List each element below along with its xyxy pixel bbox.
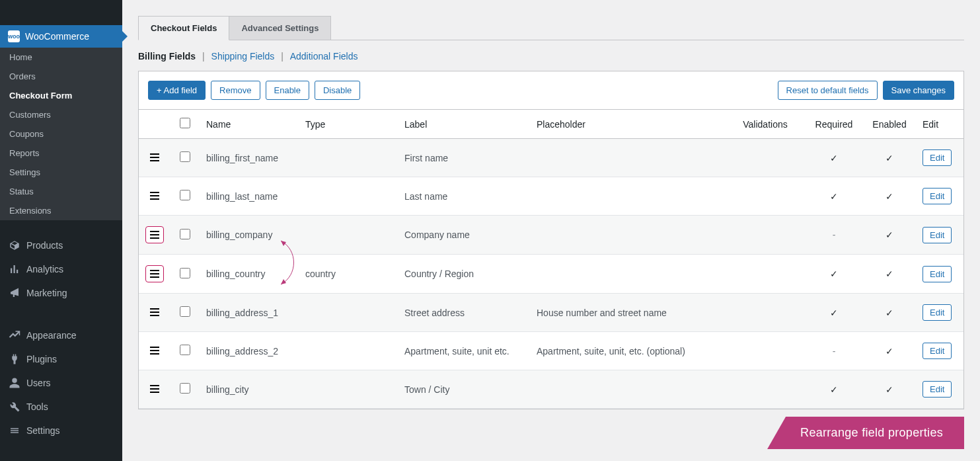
cell-name: billing_company	[200, 216, 299, 255]
tab[interactable]: Advanced Settings	[229, 16, 331, 40]
cell-enabled: ✓	[863, 370, 916, 409]
sidebar-sub-item[interactable]: Reports	[0, 144, 122, 163]
row-checkbox[interactable]	[180, 268, 190, 278]
cell-label: Last name	[398, 177, 530, 216]
svg-rect-2	[150, 160, 159, 161]
edit-row-button[interactable]: Edit	[923, 304, 952, 321]
table-row: billing_last_nameLast name✓✓Edit	[139, 177, 963, 216]
row-checkbox[interactable]	[180, 383, 190, 394]
sidebar-submenu: HomeOrdersCheckout FormCustomersCouponsR…	[0, 48, 122, 220]
edit-row-button[interactable]: Edit	[923, 343, 952, 359]
sidebar-item-products[interactable]: Products	[0, 233, 122, 257]
settings-icon	[8, 424, 21, 437]
sidebar-sub-item[interactable]: Settings	[0, 163, 122, 182]
sidebar-sub-item[interactable]: Status	[0, 182, 122, 201]
cell-validations	[726, 139, 805, 177]
drag-handle-icon[interactable]	[150, 192, 159, 200]
sidebar-item-label: Products	[26, 240, 63, 251]
svg-rect-12	[150, 308, 159, 310]
sidebar-parent-woocommerce[interactable]: woo WooCommerce	[0, 25, 122, 48]
row-checkbox[interactable]	[180, 345, 190, 355]
cell-name: billing_city	[200, 370, 299, 409]
sidebar-sub-item[interactable]: Orders	[0, 67, 122, 86]
drag-handle-icon[interactable]	[150, 153, 159, 161]
cell-placeholder	[530, 139, 726, 177]
sidebar-item-users[interactable]: Users	[0, 371, 122, 395]
col-edit: Edit	[916, 110, 963, 139]
svg-rect-17	[150, 353, 159, 355]
disable-button[interactable]: Disable	[315, 81, 360, 100]
cell-required: ✓	[805, 139, 863, 177]
save-button[interactable]: Save changes	[883, 81, 954, 100]
sidebar-sub-item[interactable]: Customers	[0, 105, 122, 124]
cell-label: First name	[398, 139, 530, 177]
edit-row-button[interactable]: Edit	[923, 227, 952, 243]
edit-row-button[interactable]: Edit	[923, 266, 952, 282]
cell-label: Town / City	[398, 370, 530, 409]
drag-handle-icon[interactable]	[145, 226, 164, 243]
drag-handle-icon[interactable]	[150, 308, 159, 316]
sidebar-item-appearance[interactable]: Appearance	[0, 323, 122, 347]
cell-placeholder	[530, 177, 726, 216]
sidebar-item-plugins[interactable]: Plugins	[0, 347, 122, 371]
add-field-button[interactable]: + Add field	[148, 81, 206, 100]
enable-button[interactable]: Enable	[266, 81, 309, 100]
cell-type	[299, 294, 398, 332]
svg-rect-4	[150, 195, 159, 196]
sidebar-item-label: Analytics	[26, 264, 63, 274]
sidebar-item-settings[interactable]: Settings	[0, 419, 122, 442]
cell-validations	[726, 255, 805, 294]
cell-enabled: ✓	[863, 139, 916, 177]
drag-handle-icon[interactable]	[150, 347, 159, 355]
cell-validations	[726, 216, 805, 255]
cell-required: -	[805, 216, 863, 255]
svg-rect-19	[150, 388, 159, 390]
reset-button[interactable]: Reset to default fields	[778, 81, 878, 100]
drag-handle-icon[interactable]	[150, 385, 159, 393]
callout-banner: Rearrange field properties	[767, 417, 964, 449]
row-checkbox[interactable]	[180, 151, 190, 162]
cell-name: billing_first_name	[200, 139, 299, 177]
svg-rect-0	[150, 153, 159, 155]
main-content: Checkout FieldsAdvanced Settings Billing…	[122, 0, 980, 461]
col-required: Required	[805, 110, 863, 139]
svg-rect-16	[150, 350, 159, 351]
sidebar-sub-item[interactable]: Checkout Form	[0, 86, 122, 105]
sidebar-item-label: Tools	[26, 401, 48, 412]
edit-row-button[interactable]: Edit	[923, 381, 952, 398]
drag-handle-icon[interactable]	[145, 265, 164, 282]
callout-text: Rearrange field properties	[800, 426, 943, 439]
row-checkbox[interactable]	[180, 306, 190, 317]
cell-name: billing_address_2	[200, 332, 299, 370]
select-all-checkbox[interactable]	[180, 118, 190, 128]
sidebar-item-marketing[interactable]: Marketing	[0, 281, 122, 305]
remove-button[interactable]: Remove	[211, 81, 260, 100]
row-checkbox[interactable]	[180, 190, 190, 200]
table-row: billing_cityTown / City✓✓Edit	[139, 370, 963, 409]
cell-type	[299, 177, 398, 216]
tools-icon	[8, 400, 21, 413]
sidebar-item-tools[interactable]: Tools	[0, 395, 122, 419]
subtab[interactable]: Billing Fields	[138, 51, 196, 62]
cell-name: billing_country	[200, 255, 299, 294]
cell-required: -	[805, 332, 863, 370]
sidebar-sub-item[interactable]: Home	[0, 48, 122, 67]
sidebar-sub-item[interactable]: Coupons	[0, 124, 122, 144]
edit-row-button[interactable]: Edit	[923, 188, 952, 204]
subtabs: Billing Fields | Shipping Fields | Addit…	[138, 48, 964, 71]
table-row: billing_first_nameFirst name✓✓Edit	[139, 139, 963, 177]
subtab[interactable]: Shipping Fields	[211, 51, 275, 62]
separator: |	[196, 51, 211, 62]
sidebar-sub-item[interactable]: Extensions	[0, 201, 122, 220]
subtab[interactable]: Additional Fields	[290, 51, 358, 62]
fields-table: Name Type Label Placeholder Validations …	[139, 109, 963, 409]
table-row: billing_address_1Street addressHouse num…	[139, 294, 963, 332]
cell-enabled: ✓	[863, 255, 916, 294]
cell-enabled: ✓	[863, 216, 916, 255]
edit-row-button[interactable]: Edit	[923, 149, 952, 166]
cell-enabled: ✓	[863, 294, 916, 332]
row-checkbox[interactable]	[180, 229, 190, 239]
svg-rect-15	[150, 347, 159, 348]
sidebar-item-analytics[interactable]: Analytics	[0, 257, 122, 281]
tab[interactable]: Checkout Fields	[138, 16, 229, 40]
